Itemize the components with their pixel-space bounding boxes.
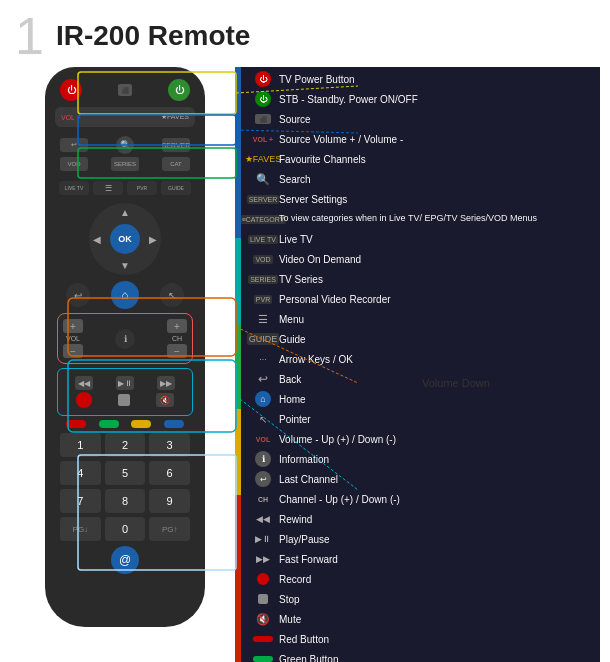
record-btn[interactable] [76,392,92,408]
vol-ch-section: + VOL − ℹ + CH − [57,313,193,364]
num-7[interactable]: 7 [60,489,101,513]
guide-btn[interactable]: GUIDE [161,181,191,195]
feature-vol-updown: VOL Volume - Up (+) / Down (-) [247,429,600,449]
green-btn-text: Green Button [279,653,594,663]
yellow-color-btn[interactable] [131,420,151,428]
remote-container: ⏻ ⬛ ⏻ VOL + ★FAVES [15,67,235,662]
faves-icon: ★FAVES [247,154,279,164]
category-btn[interactable]: CAT [162,157,190,171]
num-6[interactable]: 6 [149,461,190,485]
nav-right-arrow[interactable]: ▶ [149,234,157,245]
vol-minus-btn[interactable]: − [63,344,83,358]
feature-ch-updown: CH Channel - Up (+) / Down (-) [247,489,600,509]
info-text: Information [279,453,594,466]
vol-group: + VOL − [63,319,83,358]
bar-red [235,495,241,663]
menu-btn[interactable]: ☰ [93,181,123,195]
stb-power-button[interactable]: ⏻ [168,79,190,101]
green-color-btn[interactable] [99,420,119,428]
blue-color-btn[interactable] [164,420,184,428]
arrows-text: Arrow Keys / OK [279,353,594,366]
feature-source: ⬛ Source [247,109,600,129]
series-text: TV Series [279,273,594,286]
home-text: Home [279,393,594,406]
vol-plus-btn[interactable]: + [63,319,83,333]
bar-teal [235,238,241,324]
tv-power-button[interactable]: ⏻ [60,79,82,101]
step-number: 1 [15,10,44,62]
power-row: ⏻ ⬛ ⏻ [55,79,195,101]
back-btn-small[interactable]: ↩ [60,138,88,152]
feature-list: ⏻ TV Power Button ⏻ STB - Standby. Power… [235,69,600,662]
color-bar [235,67,241,662]
red-color-btn[interactable] [66,420,86,428]
pg-up-btn[interactable]: PG↑ [149,517,190,541]
back-home-row: ↩ ⌂ ↖ [55,281,195,309]
feature-tv-power: ⏻ TV Power Button [247,69,600,89]
tv-power-icon: ⏻ [247,71,279,87]
ch-minus-btn[interactable]: − [167,344,187,358]
num-4[interactable]: 4 [60,461,101,485]
rewind-btn[interactable]: ◀◀ [75,376,93,390]
ok-button[interactable]: OK [110,224,140,254]
live-tv-text: Live TV [279,233,594,246]
header: 1 IR-200 Remote [0,0,610,67]
guide-text: Guide [279,333,594,346]
category-icon: ≡CATEGORY [247,215,279,224]
ch-plus-btn[interactable]: + [167,319,187,333]
pvr-btn[interactable]: PVR [127,181,157,195]
ff-btn[interactable]: ▶▶ [157,376,175,390]
ff-icon: ▶▶ [247,554,279,564]
num-8[interactable]: 8 [105,489,146,513]
stb-icon: ⏻ [247,91,279,107]
live-tv-btn[interactable]: LIVE TV [59,181,89,195]
source-button[interactable]: ⬛ [118,84,132,96]
vol-updown-icon: VOL [247,436,279,443]
faves-text: Favourite Channels [279,153,594,166]
series-btn[interactable]: SERIES [111,157,139,171]
info-button[interactable]: ℹ [115,329,135,349]
back-button[interactable]: ↩ [66,283,90,307]
vol-plus-label: VOL + [61,114,81,121]
logo-area: @ [55,546,195,574]
brand-logo: @ [111,546,139,574]
num-0[interactable]: 0 [105,517,146,541]
nav-up-arrow[interactable]: ▲ [120,207,130,218]
feature-mute: 🔇 Mute [247,609,600,629]
num-9[interactable]: 9 [149,489,190,513]
home-icon: ⌂ [247,391,279,407]
red-btn-icon [247,636,279,642]
feature-guide: GUIDE Guide [247,329,600,349]
nav-left-arrow[interactable]: ◀ [93,234,101,245]
play-pause-btn[interactable]: ▶⏸ [116,376,134,390]
num-1[interactable]: 1 [60,433,101,457]
feature-series: SERIES TV Series [247,269,600,289]
ch-label: CH [172,335,182,342]
feature-stb: ⏻ STB - Standby. Power ON/OFF [247,89,600,109]
num-3[interactable]: 3 [149,433,190,457]
nav-down-arrow[interactable]: ▼ [120,260,130,271]
stop-btn[interactable] [118,394,130,406]
feature-stop: Stop [247,589,600,609]
home-button[interactable]: ⌂ [111,281,139,309]
pg-down-btn[interactable]: PG↓ [60,517,101,541]
feature-vod: VOD Video On Demand [247,249,600,269]
vol-updown-text: Volume - Up (+) / Down (-) [279,433,594,446]
search-button[interactable]: 🔍 [116,136,134,154]
mute-icon: 🔇 [247,613,279,626]
numpad: 1 2 3 4 5 6 7 8 9 PG↓ 0 PG↑ [60,433,190,541]
vod-btn[interactable]: VOD [60,157,88,171]
mute-btn[interactable]: 🔇 [156,393,174,407]
category-text: To view categories when in Live TV/ EPG/… [279,213,594,225]
tv-power-text: TV Power Button [279,73,594,86]
rewind-icon: ◀◀ [247,514,279,524]
bar-green [235,324,241,410]
feature-live-tv: LIVE TV Live TV [247,229,600,249]
num-2[interactable]: 2 [105,433,146,457]
server-button[interactable]: SERVER [162,138,190,152]
vol-label: VOL [66,335,80,342]
ch-updown-icon: CH [247,496,279,503]
tv-vod-pvr-row: LIVE TV ☰ PVR GUIDE [55,179,195,197]
pointer-button[interactable]: ↖ [160,283,184,307]
num-5[interactable]: 5 [105,461,146,485]
